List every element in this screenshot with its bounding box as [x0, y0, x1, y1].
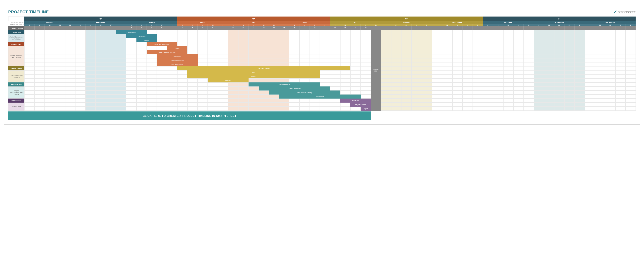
project-end-marker: PROJECT END: [371, 30, 381, 111]
smartsheet-logo: ✓ smartsheet: [614, 9, 636, 15]
app-frame: PROJECT TIMELINE ✓ smartsheet Q1Q2Q3Q4En…: [4, 4, 640, 124]
logo-text: smartsheet: [618, 10, 636, 14]
cta-button[interactable]: CLICK HERE TO CREATE A PROJECT TIMELINE …: [8, 111, 371, 120]
gantt-chart: Q1Q2Q3Q4Enter the date of the first Mond…: [8, 17, 636, 111]
page-title: PROJECT TIMELINE: [8, 10, 49, 14]
header: PROJECT TIMELINE ✓ smartsheet: [8, 9, 636, 15]
check-icon: ✓: [614, 9, 617, 15]
